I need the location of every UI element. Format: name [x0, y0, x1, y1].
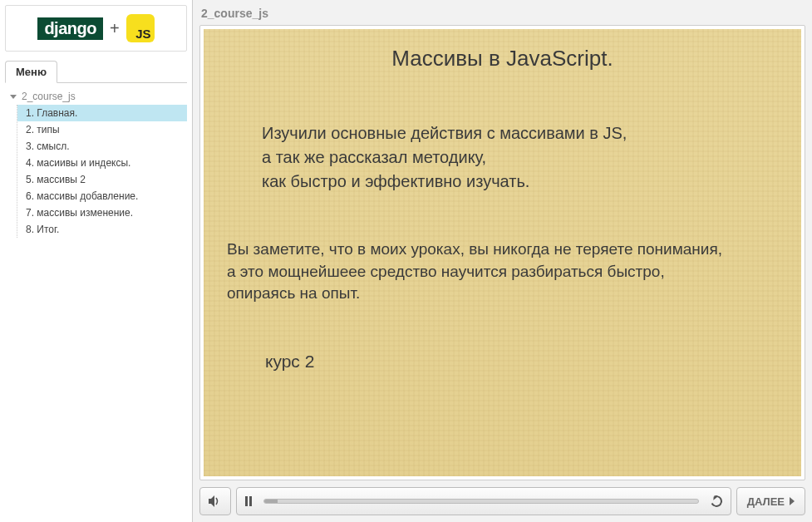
slide: Массивы в JavaScript. Изучили основные д… — [204, 29, 801, 476]
tab-menu[interactable]: Меню — [5, 61, 57, 83]
player-controls: ДАЛЕЕ — [199, 487, 805, 515]
slide-text-line: опираясь на опыт. — [227, 283, 780, 305]
slide-text-line: Изучили основные действия с массивами в … — [262, 121, 780, 145]
sidebar: django + JS Меню 2_course_js 1. Главная.… — [0, 0, 193, 522]
tree-item[interactable]: 4. масиивы и индексы. — [17, 155, 187, 171]
menu-tab-row: Меню — [5, 60, 187, 83]
pause-icon — [245, 496, 252, 506]
slide-footer: курс 2 — [265, 352, 780, 372]
tree-root[interactable]: 2_course_js — [7, 88, 187, 105]
slide-container: Массивы в JavaScript. Изучили основные д… — [199, 25, 805, 480]
django-logo: django — [37, 17, 103, 40]
slide-text-line: как быстро и эффективно изучать. — [262, 170, 780, 194]
seek-track[interactable] — [263, 499, 699, 504]
app-root: django + JS Меню 2_course_js 1. Главная.… — [0, 0, 812, 522]
breadcrumb: 2_course_js — [199, 3, 805, 25]
volume-button[interactable] — [199, 487, 231, 515]
tree-item[interactable]: 8. Итог. — [17, 221, 187, 238]
tree-item[interactable]: 1. Главная. — [17, 105, 187, 121]
chevron-right-icon — [790, 497, 795, 505]
js-logo: JS — [126, 14, 155, 42]
slide-text-line: а это мощнейшеее средство научится разби… — [227, 261, 780, 283]
slide-text-line: Вы заметите, что в моих уроках, вы никог… — [227, 239, 780, 261]
slide-block-2: Вы заметите, что в моих уроках, вы никог… — [227, 239, 780, 305]
replay-icon — [709, 494, 724, 509]
next-button-label: ДАЛЕЕ — [747, 495, 785, 508]
tree-item[interactable]: 5. массивы 2 — [17, 171, 187, 188]
tree-item[interactable]: 2. типы — [17, 121, 187, 138]
chevron-down-icon — [10, 95, 17, 99]
slide-block-1: Изучили основные действия с массивами в … — [262, 121, 780, 194]
svg-marker-0 — [209, 495, 214, 507]
replay-button[interactable] — [707, 495, 722, 507]
pause-button[interactable] — [245, 496, 255, 506]
next-button[interactable]: ДАЛЕЕ — [736, 487, 805, 515]
slide-text-line: а так же рассказал методику, — [262, 145, 780, 170]
seek-progress — [264, 500, 278, 503]
tree-item[interactable]: 3. смысл. — [17, 138, 187, 155]
tree-children: 1. Главная.2. типы3. смысл.4. масиивы и … — [17, 105, 187, 238]
tree-root-label: 2_course_js — [22, 91, 76, 102]
course-tree: 2_course_js 1. Главная.2. типы3. смысл.4… — [5, 83, 187, 238]
plus-icon: + — [110, 19, 120, 38]
tree-item[interactable]: 6. массивы добавление. — [17, 188, 187, 204]
volume-icon — [209, 495, 222, 507]
main: 2_course_js Массивы в JavaScript. Изучил… — [193, 0, 812, 522]
tree-item[interactable]: 7. массивы изменение. — [17, 204, 187, 221]
slide-title: Массивы в JavaScript. — [225, 46, 780, 71]
seek-bar-container — [236, 487, 731, 515]
logo-card: django + JS — [5, 5, 187, 52]
